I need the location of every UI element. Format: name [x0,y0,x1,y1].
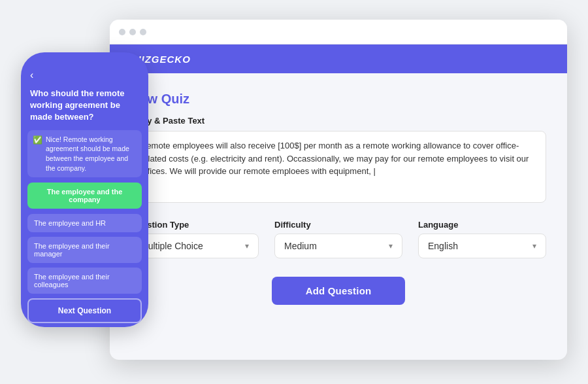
app-content: New Quiz Copy & Paste Text Question Type… [110,73,567,321]
difficulty-value: Medium [284,241,317,251]
paste-textarea[interactable] [131,131,546,203]
question-type-select[interactable]: Multiple Choice ▾ [131,234,259,258]
feedback-text: Nice! Remote working agreement should be… [46,135,137,173]
browser-window: QUIZGECKO New Quiz Copy & Paste Text Que… [110,20,567,360]
difficulty-label: Difficulty [274,220,402,230]
choice-colleagues-text: The employee and their colleagues [34,273,110,288]
choice-colleagues[interactable]: The employee and their colleagues [27,268,142,294]
back-button[interactable]: ‹ [30,69,142,81]
next-question-button[interactable]: Next Question [27,298,142,323]
choice-selected-text: The employee and the company [47,188,123,203]
question-type-value: Multiple Choice [140,241,203,251]
correct-feedback: ✅ Nice! Remote working agreement should … [27,130,142,178]
question-type-chevron-icon: ▾ [245,241,249,251]
mobile-phone: ‹ Who should the remote working agreemen… [21,52,148,327]
choice-selected[interactable]: The employee and the company [27,183,142,209]
browser-dot-2 [129,29,136,35]
choice-manager-text: The employee and their manager [34,242,110,258]
check-icon: ✅ [33,135,42,145]
language-chevron-icon: ▾ [532,241,536,251]
language-value: English [428,241,458,251]
browser-dots [119,29,146,35]
app-header: QUIZGECKO [110,44,567,73]
choice-manager[interactable]: The employee and their manager [27,237,142,263]
language-group: Language English ▾ [418,220,546,258]
difficulty-group: Difficulty Medium ▾ [274,220,402,258]
copy-paste-label: Copy & Paste Text [131,116,546,126]
choice-hr-text: The employee and HR [34,219,106,227]
choice-hr[interactable]: The employee and HR [27,214,142,232]
difficulty-select[interactable]: Medium ▾ [274,234,402,258]
language-label: Language [418,220,546,230]
browser-dot-1 [119,29,125,35]
dropdowns-row: Question Type Multiple Choice ▾ Difficul… [131,220,546,258]
page-title: New Quiz [131,92,546,107]
browser-titlebar [110,20,567,44]
difficulty-chevron-icon: ▾ [389,241,393,251]
question-type-label: Question Type [131,220,259,230]
question-type-group: Question Type Multiple Choice ▾ [131,220,259,258]
add-question-button[interactable]: Add Question [272,277,406,305]
phone-question: Who should the remote working agreement … [27,88,142,124]
browser-dot-3 [140,29,146,35]
language-select[interactable]: English ▾ [418,234,546,258]
